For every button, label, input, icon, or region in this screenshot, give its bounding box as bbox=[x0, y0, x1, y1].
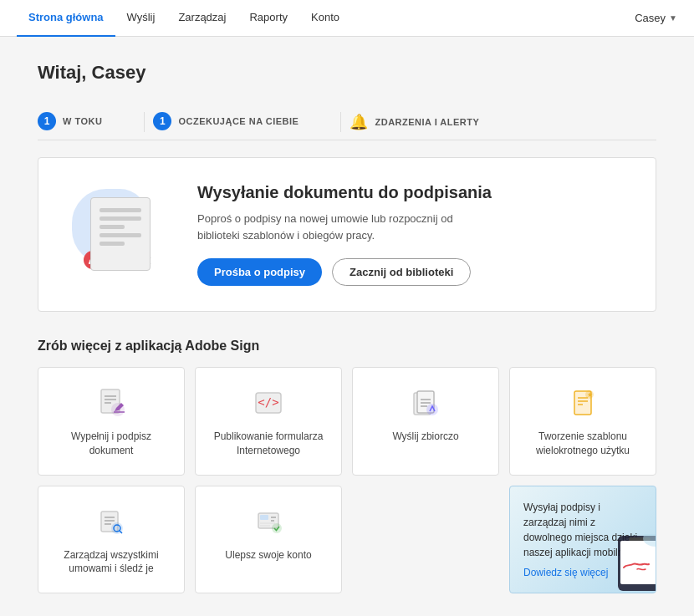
nav-item-manage[interactable]: Zarządzaj bbox=[166, 0, 237, 37]
tab-label-waiting: OCZEKUJĄCE NA CIEBIE bbox=[178, 116, 299, 126]
more-section-title: Zrób więcej z aplikacją Adobe Sign bbox=[38, 339, 656, 354]
svg-point-38 bbox=[656, 537, 656, 551]
feature-manage-all[interactable]: Zarządzaj wszystkimi umowami i śledź je bbox=[38, 486, 185, 594]
card-title: Wysyłanie dokumentu do podpisania bbox=[197, 183, 492, 202]
svg-text:★: ★ bbox=[587, 391, 593, 399]
svg-text:</>: </> bbox=[258, 395, 278, 409]
chevron-down-icon: ▼ bbox=[669, 13, 677, 23]
nav-label-manage: Zarządzaj bbox=[178, 11, 226, 23]
navbar: Strona główna Wyślij Zarządzaj Raporty K… bbox=[0, 0, 694, 37]
request-signatures-button[interactable]: Prośba o podpisy bbox=[197, 258, 322, 286]
nav-item-send[interactable]: Wyślij bbox=[115, 0, 167, 37]
card-actions: Prośba o podpisy Zacznij od biblioteki bbox=[197, 258, 492, 286]
template-label: Tworzenie szablonu wielokrotnego użytku bbox=[520, 430, 646, 458]
nav-item-account[interactable]: Konto bbox=[299, 0, 351, 37]
bell-icon: 🔔 bbox=[350, 113, 368, 131]
main-content: Witaj, Casey 1 W TOKU 1 OCZEKUJĄCE NA CI… bbox=[21, 37, 673, 616]
send-document-card: 🖊 ✕ Wysyłanie dokumentu do podpisania Po… bbox=[38, 157, 656, 312]
card-content: Wysyłanie dokumentu do podpisania Poproś… bbox=[197, 183, 492, 286]
start-from-library-button[interactable]: Zacznij od biblioteki bbox=[332, 258, 471, 286]
feature-improve[interactable]: Ulepsz swoje konto bbox=[195, 486, 342, 594]
nav-label-account: Konto bbox=[311, 11, 339, 23]
feature-fill-sign[interactable]: Wypełnij i podpisz dokument bbox=[38, 367, 185, 476]
mobile-promo-card[interactable]: Wysyłaj podpisy i zarządzaj nimi z dowol… bbox=[509, 486, 656, 594]
user-menu[interactable]: Casey ▼ bbox=[635, 12, 677, 24]
tab-label-in-progress: W TOKU bbox=[63, 116, 102, 126]
fill-sign-icon bbox=[93, 384, 130, 421]
feature-web-form[interactable]: </> Publikowanie formularza Internetoweg… bbox=[195, 367, 342, 476]
fill-sign-label: Wypełnij i podpisz dokument bbox=[48, 430, 174, 458]
doc-line-4 bbox=[100, 233, 141, 237]
tab-in-progress[interactable]: 1 W TOKU bbox=[38, 104, 119, 140]
nav-item-reports[interactable]: Raporty bbox=[237, 0, 299, 37]
web-form-label: Publikowanie formularza Internetowego bbox=[206, 430, 331, 458]
tab-alerts[interactable]: 🔔 ZDARZENIA I ALERTY bbox=[350, 104, 479, 140]
doc-line-1 bbox=[100, 208, 141, 212]
feature-template[interactable]: ★ Tworzenie szablonu wielokrotnego użytk… bbox=[509, 367, 656, 476]
tab-waiting[interactable]: 1 OCZEKUJĄCE NA CIEBIE bbox=[153, 104, 315, 140]
improve-icon bbox=[250, 503, 287, 540]
user-name: Casey bbox=[635, 12, 666, 24]
card-description: Poproś o podpisy na nowej umowie lub roz… bbox=[197, 211, 465, 243]
improve-label: Ulepsz swoje konto bbox=[225, 548, 311, 563]
web-form-icon: </> bbox=[250, 384, 287, 421]
bulk-send-label: Wyślij zbiorczo bbox=[392, 430, 458, 444]
tab-divider bbox=[144, 112, 145, 132]
svg-rect-35 bbox=[620, 541, 656, 584]
feature-bulk-send[interactable]: Wyślij zbiorczo bbox=[352, 367, 499, 476]
phone-illustration bbox=[580, 534, 656, 593]
doc-line-2 bbox=[100, 216, 141, 221]
feature-grid-row1: Wypełnij i podpisz dokument </> Publikow… bbox=[38, 367, 656, 476]
document-shape bbox=[90, 197, 151, 271]
template-icon: ★ bbox=[564, 384, 601, 421]
nav-label-send: Wyślij bbox=[127, 11, 156, 23]
tab-divider-2 bbox=[340, 112, 341, 132]
card-illustration: 🖊 ✕ bbox=[72, 189, 164, 281]
nav-items: Strona główna Wyślij Zarządzaj Raporty K… bbox=[17, 0, 635, 37]
feature-grid-row2: Zarządzaj wszystkimi umowami i śledź je bbox=[38, 486, 656, 594]
tab-count-in-progress: 1 bbox=[38, 112, 56, 130]
tabs-row: 1 W TOKU 1 OCZEKUJĄCE NA CIEBIE 🔔 ZDARZE… bbox=[38, 104, 656, 140]
svg-rect-28 bbox=[260, 515, 268, 520]
bulk-send-icon bbox=[407, 384, 444, 421]
more-section: Zrób więcej z aplikacją Adobe Sign Wypeł… bbox=[38, 339, 656, 593]
nav-item-home[interactable]: Strona główna bbox=[17, 0, 115, 37]
tab-count-waiting: 1 bbox=[153, 112, 171, 130]
page-greeting: Witaj, Casey bbox=[38, 62, 656, 84]
svg-point-33 bbox=[272, 523, 282, 533]
manage-all-icon bbox=[93, 503, 130, 540]
nav-label-home: Strona główna bbox=[28, 11, 104, 23]
nav-label-reports: Raporty bbox=[249, 11, 288, 23]
doc-line-3 bbox=[100, 225, 125, 229]
doc-line-5 bbox=[100, 242, 125, 246]
tab-label-alerts: ZDARZENIA I ALERTY bbox=[375, 117, 479, 127]
manage-all-label: Zarządzaj wszystkimi umowami i śledź je bbox=[48, 548, 174, 577]
